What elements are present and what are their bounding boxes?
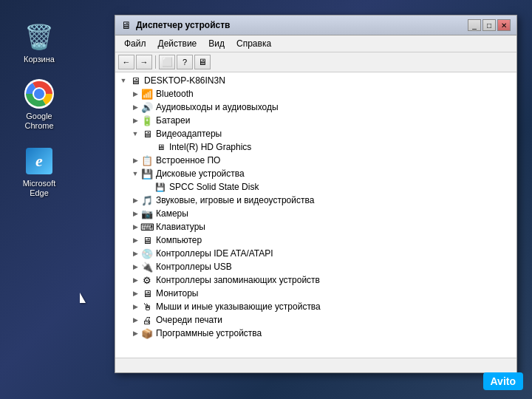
battery-icon: 🔋 bbox=[140, 115, 154, 126]
tree-audio[interactable]: ▶ 🔊 Аудиовыходы и аудиовыходы bbox=[115, 100, 516, 114]
mice-label: Мыши и иные указывающие устройства bbox=[156, 301, 321, 312]
video-expand[interactable]: ▼ bbox=[130, 129, 140, 139]
ide-expand[interactable]: ▶ bbox=[130, 248, 140, 259]
bluetooth-icon: 📶 bbox=[140, 88, 154, 100]
tree-storage-ctrl[interactable]: ▶ ⚙ Контроллеры запоминающих устройств bbox=[115, 273, 516, 287]
storage-expand[interactable]: ▶ bbox=[130, 275, 140, 285]
tree-cameras[interactable]: ▶ 📷 Камеры bbox=[115, 207, 516, 220]
root-expand[interactable]: ▼ bbox=[118, 75, 129, 86]
video-label: Видеоадаптеры bbox=[156, 129, 222, 139]
svg-point-3 bbox=[34, 89, 44, 99]
back-button[interactable]: ← bbox=[118, 55, 134, 69]
mouse-cursor bbox=[80, 293, 86, 303]
window-controls: _ □ ✕ bbox=[468, 19, 511, 31]
storage-icon: ⚙ bbox=[140, 274, 154, 286]
mice-expand[interactable]: ▶ bbox=[130, 301, 140, 312]
forward-button[interactable]: → bbox=[136, 55, 152, 69]
battery-label: Батареи bbox=[156, 115, 190, 126]
software-expand[interactable]: ▶ bbox=[130, 328, 140, 338]
chrome-label: Google Chrome bbox=[13, 112, 65, 131]
avito-label: Avito bbox=[491, 375, 516, 387]
statusbar bbox=[115, 358, 516, 372]
tree-bluetooth[interactable]: ▶ 📶 Bluetooth bbox=[115, 87, 516, 100]
menu-action[interactable]: Действие bbox=[152, 37, 203, 50]
tree-disk-drives[interactable]: ▼ 💾 Дисковые устройства bbox=[115, 167, 516, 180]
video-icon: 🖥 bbox=[140, 128, 154, 140]
cameras-expand[interactable]: ▶ bbox=[130, 208, 140, 219]
monitors-expand[interactable]: ▶ bbox=[130, 288, 140, 299]
monitors-label: Мониторы bbox=[156, 288, 198, 299]
cameras-label: Камеры bbox=[156, 208, 188, 219]
computer-expand[interactable]: ▶ bbox=[130, 235, 140, 245]
google-chrome-icon[interactable]: Google Chrome bbox=[13, 79, 65, 131]
tree-sound[interactable]: ▶ 🎵 Звуковые, игровые и видеоустройства bbox=[115, 194, 516, 207]
tree-print[interactable]: ▶ 🖨 Очереди печати bbox=[115, 313, 516, 327]
computer-label: Компьютер bbox=[156, 235, 202, 245]
disk-expand[interactable]: ▼ bbox=[130, 168, 140, 179]
toolbar-help-button[interactable]: ? bbox=[177, 55, 193, 69]
tree-usb[interactable]: ▶ 🔌 Контроллеры USB bbox=[115, 260, 516, 273]
toolbar-scan-button[interactable]: 🖥 bbox=[194, 55, 211, 69]
print-label: Очереди печати bbox=[156, 315, 222, 325]
close-button[interactable]: ✕ bbox=[497, 19, 511, 31]
toolbar-separator bbox=[155, 55, 156, 69]
sound-expand[interactable]: ▶ bbox=[130, 195, 140, 205]
tree-computer[interactable]: ▶ 🖥 Компьютер bbox=[115, 233, 516, 247]
software-label: Программные устройства bbox=[156, 328, 262, 338]
usb-expand[interactable]: ▶ bbox=[130, 262, 140, 272]
microsoft-edge-icon[interactable]: e Microsoft Edge bbox=[13, 146, 65, 198]
disk-label: Дисковые устройства bbox=[156, 168, 245, 179]
window-title-icon: 🖥 bbox=[121, 19, 132, 31]
device-tree[interactable]: ▼ 🖥 DESKTOP-K86IN3N ▶ 📶 Bluetooth ▶ 🔊 Ау… bbox=[115, 72, 516, 358]
toolbar: ← → ⬜ ? 🖥 bbox=[115, 52, 516, 72]
audio-icon: 🔊 bbox=[140, 101, 154, 113]
sound-icon: 🎵 bbox=[140, 194, 154, 206]
device-manager-window: 🖥 Диспетчер устройств _ □ ✕ Файл Действи… bbox=[115, 15, 517, 373]
usb-icon: 🔌 bbox=[140, 261, 154, 273]
tree-keyboards[interactable]: ▶ ⌨ Клавиатуры bbox=[115, 220, 516, 233]
minimize-button[interactable]: _ bbox=[468, 19, 481, 31]
tree-monitors[interactable]: ▶ 🖥 Мониторы bbox=[115, 287, 516, 300]
tree-spcc-ssd[interactable]: ▶ 💾 SPCC Solid State Disk bbox=[115, 180, 516, 194]
menu-file[interactable]: Файл bbox=[118, 37, 152, 50]
tree-mice[interactable]: ▶ 🖱 Мыши и иные указывающие устройства bbox=[115, 300, 516, 313]
disk-icon: 💾 bbox=[140, 168, 154, 180]
keyboards-icon: ⌨ bbox=[140, 221, 154, 233]
monitors-icon: 🖥 bbox=[140, 287, 154, 299]
menubar: Файл Действие Вид Справка bbox=[115, 35, 516, 52]
maximize-button[interactable]: □ bbox=[482, 19, 496, 31]
mice-icon: 🖱 bbox=[140, 301, 154, 313]
chrome-svg bbox=[24, 79, 54, 109]
tree-root[interactable]: ▼ 🖥 DESKTOP-K86IN3N bbox=[115, 74, 516, 87]
tree-software[interactable]: ▶ 📦 Программные устройства bbox=[115, 327, 516, 340]
tree-battery[interactable]: ▶ 🔋 Батареи bbox=[115, 114, 516, 127]
battery-expand[interactable]: ▶ bbox=[130, 115, 140, 126]
intel-label: Intel(R) HD Graphics bbox=[169, 142, 251, 152]
toolbar-monitor-button[interactable]: ⬜ bbox=[159, 55, 175, 69]
keyboards-label: Клавиатуры bbox=[156, 222, 205, 232]
ssd-icon: 💾 bbox=[154, 181, 167, 193]
tree-video-adapters[interactable]: ▼ 🖥 Видеоадаптеры bbox=[115, 127, 516, 140]
firmware-expand[interactable]: ▶ bbox=[130, 155, 140, 166]
audio-expand[interactable]: ▶ bbox=[130, 102, 140, 112]
root-label: DESKTOP-K86IN3N bbox=[144, 75, 225, 86]
tree-firmware[interactable]: ▶ 📋 Встроенное ПО bbox=[115, 154, 516, 167]
ide-label: Контроллеры IDE ATA/ATAPI bbox=[156, 248, 273, 259]
ssd-label: SPCC Solid State Disk bbox=[169, 182, 259, 192]
window-title: Диспетчер устройств bbox=[136, 20, 463, 30]
recycle-bin-label: Корзина bbox=[24, 55, 55, 64]
desktop: 🗑️ Корзина bbox=[0, 0, 532, 399]
print-expand[interactable]: ▶ bbox=[130, 315, 140, 325]
ide-icon: 💿 bbox=[140, 248, 154, 259]
firmware-icon: 📋 bbox=[140, 154, 154, 166]
computer-icon: 🖥 bbox=[140, 234, 154, 246]
bluetooth-expand[interactable]: ▶ bbox=[130, 89, 140, 99]
cameras-icon: 📷 bbox=[140, 208, 154, 219]
keyboards-expand[interactable]: ▶ bbox=[130, 222, 140, 232]
menu-help[interactable]: Справка bbox=[231, 37, 277, 50]
tree-intel-hd[interactable]: ▶ 🖥 Intel(R) HD Graphics bbox=[115, 140, 516, 154]
recycle-bin-icon[interactable]: 🗑️ Корзина bbox=[13, 22, 65, 64]
root-icon: 🖥 bbox=[129, 75, 142, 86]
tree-ide[interactable]: ▶ 💿 Контроллеры IDE ATA/ATAPI bbox=[115, 247, 516, 260]
menu-view[interactable]: Вид bbox=[202, 37, 231, 50]
